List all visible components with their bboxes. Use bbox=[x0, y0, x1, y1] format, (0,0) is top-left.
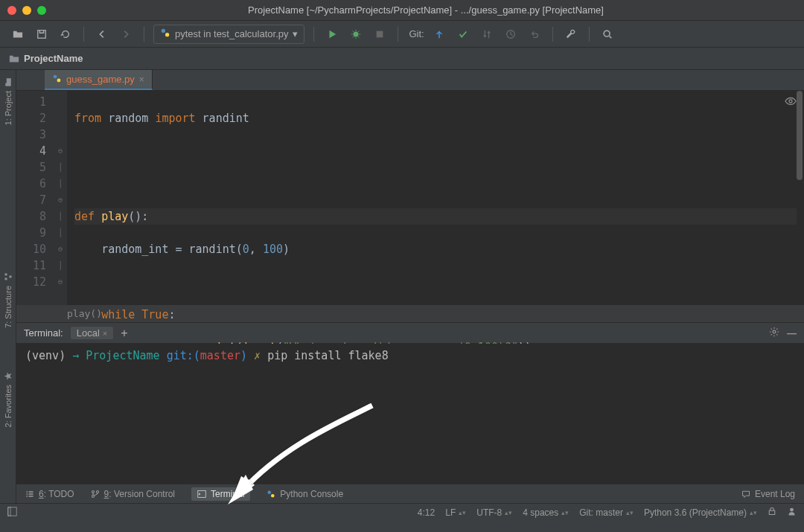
settings-wrench-icon[interactable] bbox=[562, 25, 580, 43]
window-title: ProjectName [~/PycharmProjects/ProjectNa… bbox=[55, 4, 797, 16]
svg-rect-21 bbox=[8, 507, 10, 515]
line-gutter: 1 2 3 4 5 6 7 8 9 10 11 12 bbox=[16, 91, 54, 305]
list-icon bbox=[25, 490, 34, 499]
back-icon[interactable] bbox=[93, 25, 111, 43]
stop-icon[interactable] bbox=[371, 25, 389, 43]
left-tool-tabs: 1: Project 7: Structure 2: Favorites bbox=[0, 70, 16, 503]
svg-rect-4 bbox=[377, 31, 383, 37]
svg-point-3 bbox=[354, 31, 359, 36]
window-titlebar: ProjectName [~/PycharmProjects/ProjectNa… bbox=[0, 0, 804, 21]
project-tool-tab[interactable]: 1: Project bbox=[2, 74, 14, 128]
svg-point-11 bbox=[57, 78, 61, 82]
fold-gutter[interactable]: ⊖││⊖││⊖│⊖ bbox=[54, 91, 67, 305]
git-revert-icon[interactable] bbox=[526, 25, 543, 43]
main-toolbar: pytest in test_calculator.py ▾ Git: bbox=[0, 21, 804, 48]
breadcrumb-bar: ProjectName bbox=[0, 48, 804, 70]
forward-icon[interactable] bbox=[117, 25, 135, 43]
terminal-line: (venv) → ProjectName git:(master) ✗ pip … bbox=[25, 348, 795, 363]
tab-guess-game[interactable]: guess_game.py × bbox=[45, 70, 153, 90]
search-icon[interactable] bbox=[599, 25, 616, 43]
close-icon[interactable]: × bbox=[139, 74, 144, 85]
svg-point-12 bbox=[789, 100, 792, 103]
terminal[interactable]: (venv) → ProjectName git:(master) ✗ pip … bbox=[16, 344, 804, 484]
git-history-icon[interactable] bbox=[502, 25, 520, 43]
git-label: Git: bbox=[409, 28, 424, 39]
svg-point-2 bbox=[165, 33, 169, 36]
terminal-title: Terminal: bbox=[24, 327, 63, 339]
pytest-icon bbox=[160, 28, 170, 40]
code-editor[interactable]: 1 2 3 4 5 6 7 8 9 10 11 12 ⊖││⊖││⊖│⊖ fro… bbox=[16, 91, 804, 305]
macos-close-button[interactable] bbox=[7, 6, 16, 15]
breadcrumb-path[interactable]: ProjectName bbox=[24, 53, 83, 64]
tab-label: guess_game.py bbox=[66, 74, 135, 85]
editor-scrollbar[interactable] bbox=[797, 91, 803, 180]
run-config-label: pytest in test_calculator.py bbox=[175, 28, 288, 39]
svg-rect-7 bbox=[4, 278, 7, 281]
git-compare-icon[interactable] bbox=[478, 25, 496, 43]
code-area[interactable]: from random import randint def play(): r… bbox=[67, 91, 804, 305]
macos-minimize-button[interactable] bbox=[22, 6, 31, 15]
structure-icon bbox=[4, 272, 13, 281]
save-icon[interactable] bbox=[33, 25, 51, 43]
run-icon[interactable] bbox=[323, 25, 341, 43]
macos-zoom-button[interactable] bbox=[37, 6, 46, 15]
open-icon[interactable] bbox=[9, 25, 27, 43]
folder-icon bbox=[4, 77, 13, 86]
svg-point-6 bbox=[604, 31, 610, 36]
favorites-tool-tab[interactable]: 2: Favorites bbox=[2, 368, 14, 430]
git-update-icon[interactable] bbox=[430, 25, 448, 43]
svg-point-10 bbox=[54, 74, 57, 78]
inspection-eye-icon[interactable] bbox=[785, 95, 797, 110]
structure-tool-tab[interactable]: 7: Structure bbox=[2, 269, 14, 331]
svg-rect-9 bbox=[9, 276, 11, 278]
run-config-dropdown[interactable]: pytest in test_calculator.py ▾ bbox=[153, 25, 304, 44]
svg-point-1 bbox=[162, 29, 165, 33]
tool-window-quick-access-icon[interactable] bbox=[7, 507, 17, 519]
svg-rect-20 bbox=[8, 507, 16, 515]
todo-tool-tab[interactable]: 6: TODO bbox=[25, 489, 74, 499]
python-file-icon bbox=[52, 74, 62, 86]
star-icon bbox=[4, 371, 13, 380]
folder-icon bbox=[9, 53, 19, 65]
refresh-icon[interactable] bbox=[57, 25, 74, 43]
svg-rect-0 bbox=[38, 30, 46, 38]
editor-tabs: guess_game.py × bbox=[16, 70, 804, 91]
svg-rect-8 bbox=[4, 274, 7, 276]
dropdown-caret-icon: ▾ bbox=[293, 28, 298, 39]
debug-icon[interactable] bbox=[347, 25, 365, 43]
git-commit-icon[interactable] bbox=[454, 25, 472, 43]
